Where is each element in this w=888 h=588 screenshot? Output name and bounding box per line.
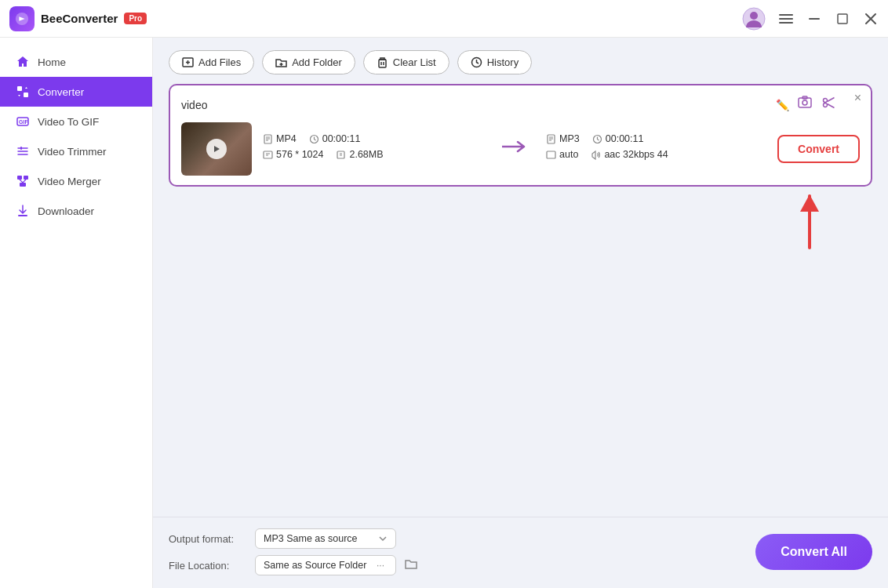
output-format-label: Output format: [169,533,247,545]
browse-folder-button[interactable] [404,557,418,574]
menu-button[interactable] [778,11,794,27]
sidebar-item-home[interactable]: Home [0,47,152,77]
file-location-input[interactable]: Same as Source Folder ··· [255,555,396,575]
svg-rect-22 [799,98,811,107]
add-files-label: Add Files [198,56,241,68]
file-location-label: File Location: [169,560,247,572]
svg-text:GIF: GIF [19,119,28,125]
sidebar-item-video-merger[interactable]: Video Merger [0,166,152,196]
convert-all-button[interactable]: Convert All [755,534,872,570]
file-card: video ✏️ [169,84,872,187]
minimize-button[interactable] [806,11,822,27]
add-folder-button[interactable]: Add Folder [262,50,355,74]
app-logo [9,6,35,31]
red-arrow-pointer [169,194,872,267]
download-icon [16,204,30,218]
add-folder-label: Add Folder [292,56,342,68]
svg-rect-16 [18,215,27,216]
svg-rect-3 [779,14,793,16]
main-layout: Home Converter GIF Video To GIF [0,38,888,588]
dots-icon: ··· [377,560,384,571]
target-quality-item: auto [546,149,578,160]
trim-icon [16,144,30,158]
edit-icon[interactable]: ✏️ [776,99,789,111]
history-label: History [487,56,519,68]
source-format: MP4 [276,133,297,144]
chevron-down-icon [378,534,388,543]
clear-list-button[interactable]: Clear List [363,50,449,74]
target-row-1: MP3 00:00:11 [546,133,766,144]
svg-point-25 [824,99,828,103]
close-button[interactable] [863,11,879,27]
convert-arrow [502,139,527,159]
target-duration-item: 00:00:11 [592,133,644,144]
sidebar-item-trimmer-label: Video Trimmer [38,146,107,158]
convert-button[interactable]: Convert [777,135,860,163]
svg-point-2 [750,12,758,20]
svg-rect-13 [17,176,22,180]
merge-icon [16,174,30,188]
target-audio: aac 32kbps 44 [604,149,668,160]
file-card-header: video ✏️ [181,95,860,114]
home-icon [16,55,30,69]
close-card-button[interactable]: × [854,92,861,104]
converter-icon [16,85,30,99]
sidebar-item-video-trimmer[interactable]: Video Trimmer [0,136,152,166]
file-location-row: File Location: Same as Source Folder ··· [169,555,755,575]
svg-rect-12 [20,147,22,150]
content-area: Add Files Add Folder Clear List [153,38,888,588]
output-format-row: Output format: MP3 Same as source [169,528,755,549]
svg-rect-18 [379,60,386,67]
sidebar-item-gif-label: Video To GIF [38,116,99,128]
file-card-body: MP4 00:00:11 [181,122,860,176]
svg-rect-33 [547,151,555,158]
source-size-item: 2.68MB [336,149,383,160]
source-row-2: 576 * 1024 2.68MB [263,149,483,160]
source-duration: 00:00:11 [322,133,361,144]
svg-rect-8 [17,86,22,91]
output-format-value: MP3 Same as source [264,533,358,544]
history-button[interactable]: History [457,50,532,74]
maximize-button[interactable] [835,11,850,27]
svg-rect-6 [809,18,820,20]
bottom-bar: Output format: MP3 Same as source File L… [153,517,888,588]
titlebar: BeeConverter Pro [0,0,888,38]
sidebar-item-downloader[interactable]: Downloader [0,196,152,226]
sidebar-item-merger-label: Video Merger [38,176,101,187]
target-format: MP3 [559,133,580,144]
add-files-button[interactable]: Add Files [169,50,254,74]
clear-list-label: Clear List [393,56,436,68]
target-row-2: auto aac 32kbps 44 [546,149,766,160]
sidebar-item-home-label: Home [38,56,66,68]
sidebar-item-video-to-gif[interactable]: GIF Video To GIF [0,107,152,136]
play-button[interactable] [206,139,227,159]
scissors-icon[interactable] [821,95,836,114]
target-audio-item: aac 32kbps 44 [591,149,668,160]
sidebar-item-converter[interactable]: Converter [0,77,152,107]
sidebar: Home Converter GIF Video To GIF [0,38,153,588]
source-resolution-item: 576 * 1024 [263,149,323,160]
file-card-actions [797,95,836,114]
app-name: BeeConverter [41,12,118,25]
target-format-item: MP3 [546,133,580,144]
target-duration: 00:00:11 [606,133,644,144]
svg-point-26 [824,103,828,107]
bottom-left: Output format: MP3 Same as source File L… [169,528,755,575]
svg-rect-7 [838,14,847,24]
svg-rect-14 [24,176,28,180]
user-icon[interactable] [742,7,766,31]
source-duration-item: 00:00:11 [309,133,361,144]
svg-rect-5 [779,22,793,24]
svg-point-23 [802,100,807,105]
file-location-value: Same as Source Folder [264,560,366,571]
file-thumbnail[interactable] [181,122,252,176]
source-row-1: MP4 00:00:11 [263,133,483,144]
screenshot-icon[interactable] [797,95,813,114]
source-resolution: 576 * 1024 [276,149,323,160]
svg-rect-4 [779,18,793,20]
output-format-select[interactable]: MP3 Same as source [255,528,396,549]
sidebar-item-downloader-label: Downloader [38,205,94,217]
source-info: MP4 00:00:11 [252,133,494,165]
svg-rect-9 [24,93,28,97]
gif-icon: GIF [16,114,30,129]
